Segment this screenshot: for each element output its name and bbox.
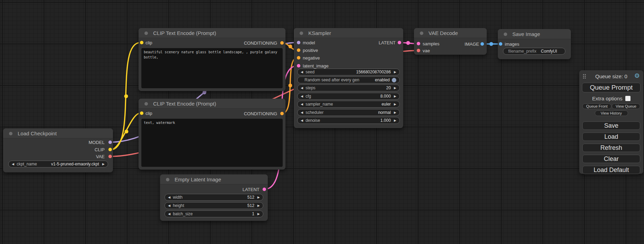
input-port-latent-image[interactable] <box>297 64 300 67</box>
node-title-bar[interactable]: CLIP Text Encode (Prompt) <box>139 99 285 109</box>
increment-arrow-icon[interactable]: ▶ <box>394 95 396 98</box>
collapse-dot-icon[interactable] <box>144 31 148 35</box>
widget-filename-prefix[interactable]: filename_prefix ComfyUI <box>503 48 565 55</box>
collapse-dot-icon[interactable] <box>9 132 12 135</box>
output-port-latent[interactable] <box>398 41 401 44</box>
input-port-positive[interactable] <box>297 48 300 52</box>
node-title-bar[interactable]: Save Image <box>498 29 571 39</box>
widget-ckpt-name[interactable]: ◀ ckpt_name v1-5-pruned-emaonly.ckpt ▶ <box>8 161 108 168</box>
load-default-button[interactable]: Load Default <box>582 166 640 174</box>
output-port-vae[interactable] <box>108 155 112 158</box>
widget-label: denoise <box>306 118 320 123</box>
node-ksampler[interactable]: KSampler model positive negative latent_… <box>294 28 403 128</box>
input-port-vae[interactable] <box>417 49 420 52</box>
output-port-image[interactable] <box>480 42 484 46</box>
widget-value: 1.000 <box>380 118 391 123</box>
widget-value: 8.000 <box>380 94 391 99</box>
decrement-arrow-icon[interactable]: ◀ <box>301 95 303 98</box>
node-title: KSampler <box>308 30 331 36</box>
widget-denoise[interactable]: ◀ denoise 1.000 ▶ <box>297 117 400 124</box>
increment-arrow-icon[interactable]: ▶ <box>257 213 260 216</box>
decrement-arrow-icon[interactable]: ◀ <box>301 71 303 74</box>
output-port-model[interactable] <box>108 141 112 144</box>
increment-arrow-icon[interactable]: ▶ <box>257 196 260 199</box>
prompt-textarea[interactable]: beautiful scenery nature glass bottle la… <box>141 48 283 88</box>
input-port-clip[interactable] <box>140 41 143 44</box>
widget-height[interactable]: ◀ height 512 ▶ <box>165 202 263 209</box>
load-button[interactable]: Load <box>582 133 640 141</box>
widget-width[interactable]: ◀ width 512 ▶ <box>165 194 263 201</box>
output-port-conditioning[interactable] <box>280 41 284 45</box>
input-port-samples[interactable] <box>417 42 420 45</box>
node-title-bar[interactable]: KSampler <box>294 28 403 38</box>
collapse-dot-icon[interactable] <box>504 33 507 36</box>
increment-arrow-icon[interactable]: ▶ <box>394 71 396 74</box>
decrement-arrow-icon[interactable]: ◀ <box>168 196 170 199</box>
node-save-image[interactable]: Save Image images filename_prefix ComfyU… <box>498 29 571 59</box>
increment-arrow-icon[interactable]: ▶ <box>102 163 105 166</box>
view-history-button[interactable]: View History <box>595 110 628 116</box>
toggle-enabled-icon[interactable] <box>392 78 396 82</box>
node-title-bar[interactable]: Empty Latent Image <box>160 174 268 184</box>
widget-value: v1-5-pruned-emaonly.ckpt <box>51 162 99 166</box>
decrement-arrow-icon[interactable]: ◀ <box>301 119 303 122</box>
output-label-conditioning: CONDITIONING <box>244 40 277 46</box>
node-empty-latent-image[interactable]: Empty Latent Image LATENT ◀ width 512 ▶ … <box>160 174 268 221</box>
input-port-negative[interactable] <box>297 56 300 60</box>
widget-scheduler[interactable]: ◀ scheduler normal ▶ <box>297 109 400 116</box>
widget-steps[interactable]: ◀ steps 20 ▶ <box>297 84 400 91</box>
decrement-arrow-icon[interactable]: ◀ <box>168 213 170 216</box>
input-label-latent-image: latent_image <box>303 63 328 69</box>
increment-arrow-icon[interactable]: ▶ <box>394 119 396 122</box>
settings-gear-icon[interactable]: ⚙ <box>634 72 640 80</box>
collapse-dot-icon[interactable] <box>144 102 148 106</box>
input-port-model[interactable] <box>297 41 300 44</box>
save-button[interactable]: Save <box>582 121 640 130</box>
decrement-arrow-icon[interactable]: ◀ <box>301 103 303 106</box>
refresh-button[interactable]: Refresh <box>582 144 640 152</box>
node-clip-text-encode-positive[interactable]: CLIP Text Encode (Prompt) clip CONDITION… <box>139 28 285 91</box>
decrement-arrow-icon[interactable]: ◀ <box>301 111 303 114</box>
view-queue-button[interactable]: View Queue <box>612 103 640 109</box>
node-graph-canvas[interactable]: Load Checkpoint MODEL CLIP VAE ◀ ckpt_na… <box>0 0 644 244</box>
widget-sampler-name[interactable]: ◀ sampler_name euler ▶ <box>297 101 400 108</box>
decrement-arrow-icon[interactable]: ◀ <box>168 204 170 207</box>
widget-label: width <box>173 195 183 200</box>
collapse-dot-icon[interactable] <box>420 31 423 35</box>
collapse-dot-icon[interactable] <box>300 31 303 35</box>
clear-button[interactable]: Clear <box>582 155 640 163</box>
queue-front-button[interactable]: Queue Front <box>582 103 611 109</box>
input-port-clip[interactable] <box>140 111 143 115</box>
decrement-arrow-icon[interactable]: ◀ <box>301 87 303 90</box>
output-port-latent[interactable] <box>263 188 266 191</box>
increment-arrow-icon[interactable]: ▶ <box>257 204 260 207</box>
node-title-bar[interactable]: VAE Decode <box>414 28 487 38</box>
widget-random-seed-toggle[interactable]: Random seed after every gen enabled <box>297 76 400 83</box>
widget-label: batch_size <box>173 211 193 216</box>
input-port-images[interactable] <box>499 42 502 46</box>
output-port-clip[interactable] <box>108 148 112 151</box>
widget-label: height <box>173 203 184 208</box>
node-title: CLIP Text Encode (Prompt) <box>153 30 216 36</box>
drag-handle-icon[interactable] <box>583 74 586 79</box>
extra-options-checkbox[interactable] <box>625 96 630 101</box>
output-port-conditioning[interactable] <box>280 112 284 115</box>
widget-cfg[interactable]: ◀ cfg 8.000 ▶ <box>297 93 400 100</box>
increment-arrow-icon[interactable]: ▶ <box>394 111 396 114</box>
increment-arrow-icon[interactable]: ▶ <box>394 87 396 90</box>
widget-seed[interactable]: ◀ seed 156680208700286 ▶ <box>297 69 400 75</box>
decrement-arrow-icon[interactable]: ◀ <box>12 163 14 166</box>
queue-prompt-button[interactable]: Queue Prompt <box>582 83 641 92</box>
node-vae-decode[interactable]: VAE Decode samples vae IMAGE <box>414 28 487 55</box>
widget-label: ckpt_name <box>17 162 37 166</box>
node-load-checkpoint[interactable]: Load Checkpoint MODEL CLIP VAE ◀ ckpt_na… <box>3 128 113 172</box>
node-clip-text-encode-negative[interactable]: CLIP Text Encode (Prompt) clip CONDITION… <box>139 99 285 170</box>
collapse-dot-icon[interactable] <box>166 178 169 181</box>
prompt-textarea[interactable]: text, watermark <box>141 119 283 167</box>
widget-value: enabled <box>375 78 390 82</box>
node-title-bar[interactable]: CLIP Text Encode (Prompt) <box>139 28 285 38</box>
widget-batch-size[interactable]: ◀ batch_size 1 ▶ <box>165 210 263 217</box>
node-title-bar[interactable]: Load Checkpoint <box>3 128 113 138</box>
increment-arrow-icon[interactable]: ▶ <box>394 103 396 106</box>
input-label-negative: negative <box>303 55 320 61</box>
